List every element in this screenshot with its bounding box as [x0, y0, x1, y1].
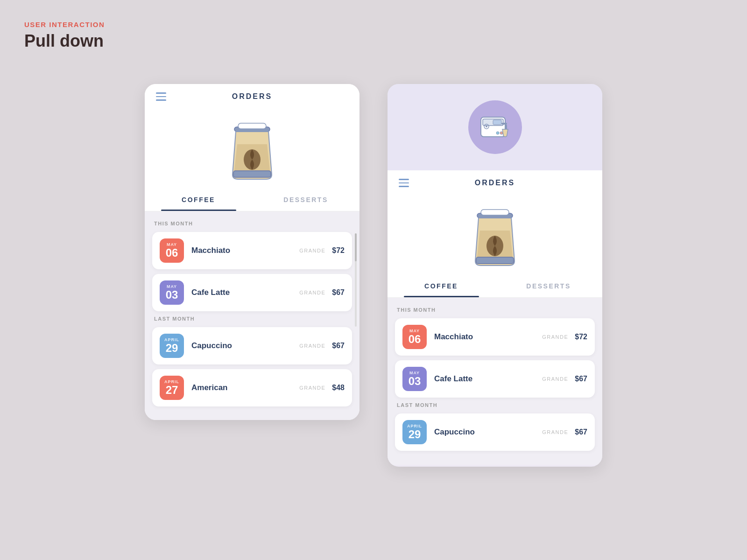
- section-label: USER INTERACTION: [24, 21, 105, 28]
- coffee-machine-icon: [476, 109, 514, 146]
- right-day-capuccino: 29: [409, 428, 421, 441]
- left-size-capuccino: GRANDE: [299, 343, 325, 349]
- phones-wrapper: ORDERS COFFEE DESSERT: [0, 84, 747, 467]
- left-order-macchiato[interactable]: MAY 06 Macchiato GRANDE $72: [152, 232, 352, 269]
- right-section-last-month: LAST MONTH: [397, 402, 595, 408]
- right-price-cafelatte: $67: [575, 375, 587, 383]
- left-badge-american: APRIL 27: [160, 376, 184, 400]
- left-cup-area: [145, 109, 359, 189]
- left-size-american: GRANDE: [299, 385, 325, 391]
- right-app-bar: ORDERS: [388, 170, 602, 196]
- page-header: USER INTERACTION Pull down: [24, 21, 105, 51]
- left-orders-body: THIS MONTH MAY 06 Macchiato GRANDE $72 M…: [145, 211, 359, 420]
- right-phone: ORDERS COFFEE DESSERTS THIS MONTH: [388, 84, 602, 467]
- tab-desserts-right[interactable]: DESSERTS: [495, 275, 602, 297]
- right-order-capuccino[interactable]: APRIL 29 Capuccino GRANDE $67: [395, 413, 595, 451]
- left-size-macchiato: GRANDE: [299, 248, 325, 253]
- right-day-cafelatte: 03: [409, 375, 421, 387]
- left-name-cafelatte: Cafe Latte: [191, 288, 299, 297]
- left-day-american: 27: [166, 384, 178, 396]
- right-coffee-cup-icon: [467, 205, 523, 270]
- right-hamburger-icon[interactable]: [399, 179, 409, 187]
- tab-coffee-left[interactable]: COFFEE: [145, 189, 252, 211]
- left-phone: ORDERS COFFEE DESSERT: [145, 84, 359, 420]
- right-cup-area: [388, 196, 602, 275]
- coffee-cup-icon: [224, 119, 280, 184]
- left-scrollbar[interactable]: [355, 233, 357, 327]
- right-section-this-month: THIS MONTH: [397, 307, 595, 313]
- left-day-capuccino: 29: [166, 342, 178, 354]
- right-orders-body: THIS MONTH MAY 06 Macchiato GRANDE $72 M…: [388, 298, 602, 465]
- svg-rect-6: [501, 123, 507, 125]
- tab-desserts-left[interactable]: DESSERTS: [252, 189, 359, 211]
- left-price-american: $48: [332, 384, 345, 392]
- left-day-cafelatte: 03: [166, 289, 178, 301]
- right-badge-macchiato: MAY 06: [402, 325, 427, 349]
- right-tabs: COFFEE DESSERTS: [388, 275, 602, 298]
- hamburger-icon[interactable]: [156, 92, 166, 101]
- right-order-cafelatte[interactable]: MAY 03 Cafe Latte GRANDE $67: [395, 360, 595, 398]
- left-badge-cafelatte: MAY 03: [160, 280, 184, 305]
- left-name-capuccino: Capuccino: [191, 341, 299, 350]
- right-app-title: ORDERS: [409, 179, 581, 187]
- right-size-macchiato: GRANDE: [542, 334, 568, 340]
- left-order-capuccino[interactable]: APRIL 29 Capuccino GRANDE $67: [152, 327, 352, 364]
- left-app-title: ORDERS: [166, 92, 338, 101]
- svg-rect-3: [233, 171, 271, 177]
- right-name-macchiato: Macchiato: [434, 332, 542, 342]
- left-scrollbar-thumb: [355, 233, 357, 261]
- svg-point-11: [500, 132, 503, 134]
- left-section-last-month: LAST MONTH: [154, 316, 352, 322]
- left-price-capuccino: $67: [332, 342, 345, 350]
- right-badge-cafelatte: MAY 03: [402, 367, 427, 391]
- left-price-macchiato: $72: [332, 246, 345, 255]
- right-name-cafelatte: Cafe Latte: [434, 374, 542, 384]
- right-price-macchiato: $72: [575, 333, 587, 341]
- left-day-macchiato: 06: [166, 247, 178, 259]
- right-size-cafelatte: GRANDE: [542, 376, 568, 382]
- left-badge-capuccino: APRIL 29: [160, 334, 184, 358]
- left-name-american: American: [191, 383, 299, 392]
- svg-point-9: [486, 126, 487, 127]
- left-price-cafelatte: $67: [332, 288, 345, 297]
- left-order-cafelatte[interactable]: MAY 03 Cafe Latte GRANDE $67: [152, 274, 352, 311]
- left-tabs: COFFEE DESSERTS: [145, 189, 359, 211]
- svg-rect-16: [476, 257, 514, 264]
- left-order-american[interactable]: APRIL 27 American GRANDE $48: [152, 369, 352, 406]
- right-day-macchiato: 06: [409, 333, 421, 345]
- left-section-this-month: THIS MONTH: [154, 221, 352, 226]
- right-name-capuccino: Capuccino: [434, 427, 542, 437]
- right-size-capuccino: GRANDE: [542, 429, 568, 435]
- left-name-macchiato: Macchiato: [191, 246, 299, 255]
- svg-rect-1: [238, 123, 266, 129]
- pulldown-header: [388, 84, 602, 170]
- coffee-machine-circle: [468, 100, 522, 154]
- svg-point-12: [496, 132, 499, 134]
- svg-rect-10: [493, 120, 501, 125]
- page-title: Pull down: [24, 31, 105, 51]
- svg-rect-14: [481, 210, 509, 215]
- svg-rect-7: [505, 125, 507, 129]
- tab-coffee-right[interactable]: COFFEE: [388, 275, 495, 297]
- left-badge-macchiato: MAY 06: [160, 238, 184, 263]
- right-price-capuccino: $67: [575, 428, 587, 436]
- left-app-bar: ORDERS: [145, 84, 359, 109]
- left-size-cafelatte: GRANDE: [299, 290, 325, 295]
- right-order-macchiato[interactable]: MAY 06 Macchiato GRANDE $72: [395, 318, 595, 356]
- right-badge-capuccino: APRIL 29: [402, 420, 427, 444]
